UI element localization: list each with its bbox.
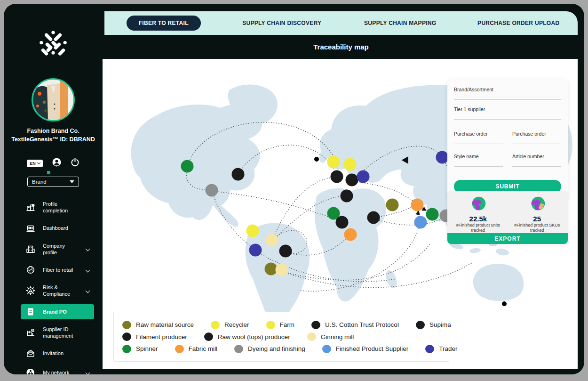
sidebar-item-supplier-id-management[interactable]: Supplier ID management bbox=[21, 324, 94, 342]
map-marker-black[interactable] bbox=[341, 190, 353, 203]
map-marker-pale[interactable] bbox=[266, 234, 278, 247]
legend-label: Spinner bbox=[136, 345, 158, 352]
brand-assortment-input[interactable] bbox=[454, 93, 561, 100]
brand-name: Fashion Brand Co. bbox=[4, 127, 103, 136]
map-marker-blue[interactable] bbox=[414, 216, 427, 229]
textilegenesis-logo-icon bbox=[36, 28, 70, 62]
sidebar-item-profile-completion[interactable]: Profile completion bbox=[21, 198, 94, 217]
field-label-style-name: Style name bbox=[454, 154, 503, 159]
legend-row: SpinnerFabric millDyeing and finishingFi… bbox=[122, 345, 440, 353]
sidebar-item-brand-po[interactable]: Brand PO bbox=[21, 304, 94, 319]
legend-swatch bbox=[416, 321, 425, 329]
tab-supply-chain-discovery[interactable]: SUPPLY CHAIN DISCOVERY bbox=[223, 20, 342, 26]
legend-label: Recycler bbox=[224, 321, 249, 328]
map-marker-orange[interactable] bbox=[411, 199, 424, 211]
legend-item: U.S. Cotton Trust Protocol bbox=[311, 321, 399, 329]
map-marker-gray[interactable] bbox=[206, 184, 218, 197]
legend-item: Raw material source bbox=[122, 321, 194, 329]
language-select[interactable]: EN bbox=[27, 160, 43, 167]
legend-swatch bbox=[122, 345, 131, 353]
map-marker-yellow[interactable] bbox=[344, 158, 357, 171]
map-marker-pale[interactable] bbox=[276, 264, 288, 276]
risk-icon bbox=[25, 285, 36, 296]
map-marker-yellow[interactable] bbox=[246, 225, 259, 237]
sidebar-item-invitation[interactable]: Invitation bbox=[21, 346, 94, 361]
map-marker-black[interactable] bbox=[336, 216, 349, 229]
legend-item: Fabric mill bbox=[175, 345, 218, 353]
dropdown-arrow-icon bbox=[70, 180, 74, 183]
legend-swatch bbox=[175, 345, 184, 353]
legend-swatch bbox=[307, 332, 316, 341]
page-title: Traceability map bbox=[104, 35, 578, 59]
profile-icon[interactable] bbox=[52, 158, 61, 169]
avatar bbox=[32, 78, 75, 122]
legend-swatch bbox=[266, 321, 275, 329]
main-content: FIBER TO RETAIL SUPPLY CHAIN DISCOVERY S… bbox=[103, 4, 584, 374]
legend-label: Raw material source bbox=[136, 321, 194, 328]
map-marker-black[interactable] bbox=[232, 168, 245, 181]
tab-purchase-order-upload[interactable]: PURCHASE ORDER UPLOAD bbox=[460, 20, 578, 26]
sidebar-item-my-network[interactable]: My network bbox=[21, 365, 94, 374]
map-marker-green[interactable] bbox=[181, 160, 194, 173]
sidebar-item-dashboard[interactable]: Dashboard bbox=[21, 221, 94, 236]
map-marker-yellow[interactable] bbox=[327, 156, 340, 169]
brand-id: TextileGenesis™ ID: DBRAND bbox=[4, 136, 103, 144]
network-icon bbox=[25, 367, 36, 374]
legend-label: Raw wool (tops) producer bbox=[218, 333, 290, 340]
stat-finished-units: 22.5k #Finished product units tracked bbox=[450, 195, 506, 234]
map-marker-black[interactable] bbox=[331, 170, 343, 183]
legend-label: Finished Product Supplier bbox=[336, 345, 409, 352]
sidebar-item-company-profile[interactable]: Company profile bbox=[21, 240, 94, 259]
style-name-input[interactable] bbox=[454, 160, 503, 167]
factory-icon bbox=[25, 327, 36, 338]
legend-label: Ginning mill bbox=[321, 333, 354, 340]
legend-label: Trader bbox=[439, 345, 457, 352]
legend-swatch bbox=[311, 321, 320, 329]
map-marker-black[interactable] bbox=[346, 174, 358, 186]
map-marker-indigo[interactable] bbox=[436, 151, 449, 164]
map-marker-indigo[interactable] bbox=[357, 170, 370, 183]
sidebar-item-risk-compliance[interactable]: Risk & Compliance bbox=[21, 282, 94, 300]
sidebar-item-label: Supplier ID management bbox=[43, 326, 82, 340]
legend-item: Dyeing and finishing bbox=[234, 345, 305, 353]
map-marker-indigo[interactable] bbox=[249, 244, 262, 257]
map-marker-olive[interactable] bbox=[265, 263, 278, 276]
logout-power-icon[interactable] bbox=[71, 158, 79, 169]
purchase-order-input-1[interactable] bbox=[454, 138, 503, 144]
company-icon bbox=[25, 244, 36, 254]
sidebar-item-fiber-to-retail[interactable]: Fiber to retail bbox=[21, 262, 94, 277]
stat-label: #Finished product units tracked bbox=[450, 223, 506, 234]
map-marker-olive[interactable] bbox=[386, 199, 399, 211]
app-window: Fashion Brand Co. TextileGenesis™ ID: DB… bbox=[4, 4, 584, 374]
sidebar-item-label: Profile completion bbox=[43, 201, 82, 214]
legend-swatch bbox=[234, 345, 243, 353]
tab-fiber-to-retail[interactable]: FIBER TO RETAIL bbox=[104, 16, 223, 31]
language-value: EN bbox=[30, 161, 36, 166]
purchase-order-input-2[interactable] bbox=[512, 138, 561, 144]
stat-value: 25 bbox=[509, 215, 565, 223]
field-label-tier1-supplier: Tier 1 supplier bbox=[454, 106, 561, 112]
sidebar-item-label: Dashboard bbox=[43, 225, 68, 231]
sidebar-item-label: Invitation bbox=[43, 350, 64, 357]
tier1-supplier-input[interactable] bbox=[454, 113, 561, 120]
legend-label: Farm bbox=[280, 321, 295, 328]
article-number-input[interactable] bbox=[512, 160, 561, 167]
legend-row: Filament producerRaw wool (tops) produce… bbox=[122, 332, 440, 341]
legend-label: Dyeing and finishing bbox=[248, 345, 305, 352]
map-marker-black[interactable] bbox=[367, 211, 380, 224]
sidebar-item-label: Brand PO bbox=[43, 308, 67, 315]
map-marker-green[interactable] bbox=[426, 208, 439, 221]
legend-item: Recycler bbox=[211, 321, 249, 329]
sidebar-menu: Profile completion Dashboard bbox=[4, 198, 103, 374]
export-button[interactable]: EXPORT bbox=[447, 233, 568, 244]
tab-supply-chain-mapping[interactable]: SUPPLY CHAIN MAPPING bbox=[341, 20, 460, 26]
status-dot bbox=[47, 171, 50, 174]
role-value: Brand bbox=[32, 179, 47, 185]
top-tab-bar: FIBER TO RETAIL SUPPLY CHAIN DISCOVERY S… bbox=[104, 11, 578, 35]
tshirt-icon bbox=[450, 195, 506, 214]
field-label-purchase-order-2: Purchase order bbox=[512, 131, 561, 137]
map-marker-orange[interactable] bbox=[344, 228, 357, 241]
role-select[interactable]: Brand bbox=[27, 177, 79, 187]
map-marker-black[interactable] bbox=[279, 245, 292, 258]
sidebar-item-label: Risk & Compliance bbox=[43, 284, 79, 298]
